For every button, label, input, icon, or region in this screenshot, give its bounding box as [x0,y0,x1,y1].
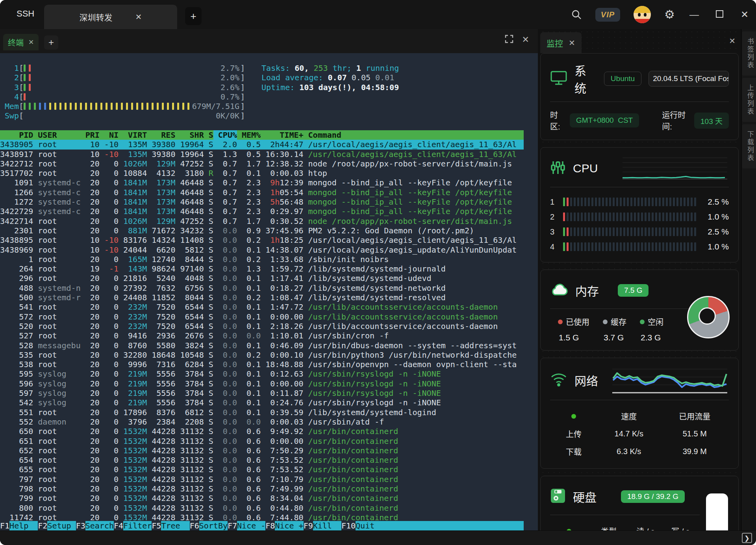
process-row[interactable]: 3422712root2001026M129M47252S0.71.712:38… [0,159,524,168]
session-tab[interactable]: 深圳转发 ✕ [44,5,177,29]
new-terminal-button[interactable]: + [44,35,58,50]
process-row[interactable]: 542syslog200219M55563784S0.00.10:24.76/u… [0,398,524,407]
process-row[interactable]: 596syslog200219M55563784S0.00.10:00.00/u… [0,379,524,388]
process-row[interactable]: 3422714root2001026M129M47252S0.71.70:30.… [0,216,524,226]
settings-gear-icon[interactable]: ⚙ [664,9,675,20]
network-card: 网络 速度 [540,358,739,469]
process-row[interactable]: 797root2001532M4422831132S0.00.67:10.79/… [0,475,524,484]
process-row[interactable]: 800root2001532M4422831132S0.00.60:44.80/… [0,503,524,513]
process-row[interactable]: 595syslog200219M55563784S0.00.10:12.63/u… [0,369,524,379]
new-session-button[interactable]: + [185,7,202,25]
process-row[interactable]: 650root2001532M4422831132S0.00.69:49.92/… [0,427,524,436]
process-row[interactable]: 1root200165M127408444S0.00.21:33.68/sbin… [0,255,524,264]
process-row[interactable]: 572root200232M75206544S0.00.10:00.00/usr… [0,312,524,321]
fkey-label[interactable]: SortBy [199,521,228,530]
cpu-card-title: CPU [573,162,598,175]
tab-terminal[interactable]: 终端 ✕ [3,34,39,50]
process-row[interactable]: 3438905root10-10135M3938019964S2.00.52h4… [0,140,524,149]
process-row[interactable]: 3422729systemd-c2001841M173M46448S0.72.3… [0,207,524,216]
process-row[interactable]: 541root200232M75206544S0.00.11:47.72/usr… [0,302,524,312]
process-row[interactable]: 3438969root10-102404466205812S0.00.114:3… [0,245,524,255]
process-row[interactable]: 528messagebu200876055803824S0.00.10:46.0… [0,341,524,350]
process-row[interactable]: 654root2001532M4422831132S0.00.67:53.52/… [0,455,524,465]
process-row[interactable]: 2301root200881M7167234232S0.00.937:45.96… [0,226,524,235]
fkey-F9[interactable]: F9 [304,521,313,530]
process-row[interactable]: 488systemd-n2002739276326756S0.00.10:18.… [0,283,524,293]
network-col-total: 已用流量 [660,407,729,425]
fullscreen-icon[interactable] [505,35,513,45]
process-row[interactable]: 3438895root10-10831761432411408S0.00.21h… [0,235,524,245]
tab-monitor-label: 监控 [547,37,563,49]
fkey-label[interactable]: Nice + [275,521,303,530]
cpu-core-list: 12.5 %21.0 %32.5 %41.0 % [550,194,729,254]
process-row[interactable]: 798root2001532M4422831132S0.00.67:49.99/… [0,484,524,493]
process-row[interactable]: 535root200322801864810548S0.00.20:00.10/… [0,350,524,360]
htop-meter: 4[0.7%] [5,92,245,102]
process-row[interactable]: 799root2001532M4422831132S0.00.68:34.04/… [0,493,524,503]
tab-terminal-close-icon[interactable]: ✕ [28,38,34,46]
expand-panel-button[interactable]: ❯ [742,533,752,543]
distro-badge[interactable]: Ubuntu [604,72,641,86]
terminal-pane-close-icon[interactable]: ✕ [522,35,529,45]
fkey-label[interactable]: Kill [313,521,341,530]
fkey-label[interactable]: Help [9,521,38,530]
memory-card-title: 内存 [575,282,599,299]
process-row[interactable]: 1266systemd-c2001841M173M46448S0.72.31h0… [0,188,524,197]
process-row[interactable]: 264root19-1143M9862497140S0.01.31:59.72/… [0,264,524,273]
fkey-label[interactable]: Setup [47,521,76,530]
session-tab-close-icon[interactable]: ✕ [135,12,142,22]
process-table-header[interactable]: PIDUSERPRINIVIRTRESSHRSCPU%MEM%TIME+Comm… [0,130,524,140]
tab-monitor-close-icon[interactable]: ✕ [569,38,575,48]
htop-meter: Mem[679M/7.51G] [5,102,245,111]
sidebar-item-bookmarks[interactable]: 书签列表 [742,31,756,76]
process-row[interactable]: 597syslog200219M55563784S0.00.10:11.87/u… [0,388,524,398]
fkey-F10[interactable]: F10 [341,521,356,530]
process-row[interactable]: 655root2001532M4422831132S0.00.67:53.52/… [0,465,524,474]
htop-function-key-bar[interactable]: F1Help F2Setup F3SearchF4FilterF5Tree F6… [0,521,538,530]
fkey-F3[interactable]: F3 [76,521,85,530]
process-row[interactable]: 538root200999673166284S0.00.118:48.88/us… [0,360,524,369]
fkey-F8[interactable]: F8 [265,521,275,530]
process-row[interactable]: 651root2001532M4422831132S0.00.60:00.00/… [0,436,524,446]
fkey-label[interactable]: Search [85,521,114,530]
process-row[interactable]: 3438917root10-10135M3938019964S1.30.516:… [0,150,524,159]
process-row[interactable]: 1272systemd-c2001841M173M46448S0.72.35h5… [0,197,524,207]
sidebar-item-uploads[interactable]: 上传列表 [742,78,756,122]
minimize-button[interactable]: — [688,9,700,20]
avatar[interactable] [634,6,651,23]
fkey-F6[interactable]: F6 [190,521,199,530]
os-version-field[interactable]: 20.04.5 LTS (Focal Fossa [649,71,729,87]
cpu-history-sparkline [619,155,729,181]
fkey-label[interactable]: Filter [123,521,152,530]
process-row[interactable]: 296root2002181652404048S0.00.11:17.41/li… [0,273,524,283]
process-row[interactable]: 500systemd-r20024408118528044S0.00.21:08… [0,293,524,302]
close-button[interactable]: ✕ [739,9,750,20]
maximize-button[interactable] [713,10,725,19]
process-row[interactable]: 520root200232M75206544S0.00.12:18.26/usr… [0,321,524,331]
process-row[interactable]: 652root2001532M4422831132S0.00.67:50.29/… [0,446,524,455]
download-label: 下载 [550,443,597,460]
process-row[interactable]: 3517702root2001088441323180R0.70.10:00.0… [0,168,524,178]
process-row[interactable]: 527root200941629362676S0.00.01:10.01/usr… [0,331,524,340]
monitor-pane-close-icon[interactable]: ✕ [729,36,736,46]
disk-usage-badge: 18.9 G / 39.2 G [621,490,685,503]
sidebar-item-downloads[interactable]: 下载列表 [742,124,756,168]
process-row[interactable]: 552daemon200379623842208S0.00.00:00.03/u… [0,417,524,427]
fkey-F5[interactable]: F5 [152,521,161,530]
disk-card-title: 硬盘 [573,488,597,505]
tab-monitor[interactable]: 监控 ✕ [540,32,582,53]
fkey-label[interactable]: Tree [161,521,189,530]
search-icon[interactable] [571,9,582,20]
fkey-label[interactable]: Quit [356,521,384,530]
fkey-F4[interactable]: F4 [114,521,123,530]
fkey-F2[interactable]: F2 [38,521,47,530]
terminal-screen[interactable]: 1[2.7%]2[2.0%]3[2.6%]4[0.7%]Mem[679M/7.5… [0,53,538,530]
fkey-label[interactable]: Nice - [237,521,265,530]
vip-badge[interactable]: VIP [595,8,620,22]
fkey-F1[interactable]: F1 [0,521,9,530]
fkey-F7[interactable]: F7 [228,521,237,530]
process-row[interactable]: 551root2001789683766812S0.00.10:39.59/li… [0,408,524,417]
process-row[interactable]: 1091systemd-c2001841M173M46448S0.72.39h1… [0,178,524,187]
network-card-title: 网络 [574,371,598,389]
wifi-icon [550,372,567,388]
